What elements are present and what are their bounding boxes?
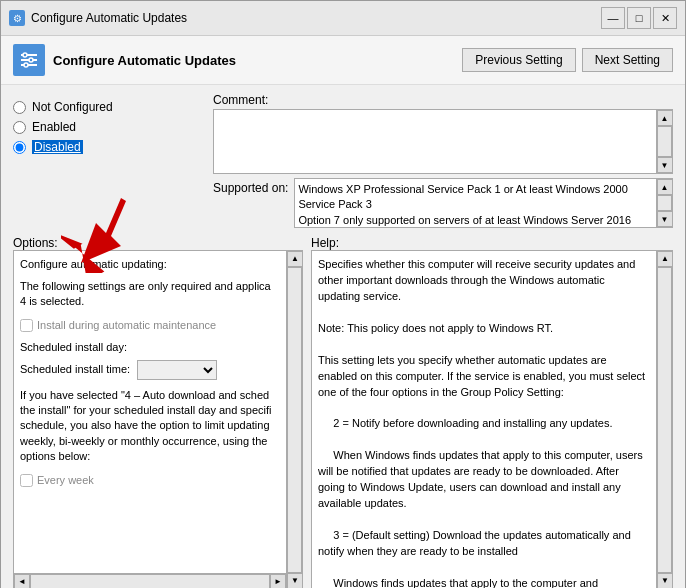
install-maintenance-item[interactable]: Install during automatic maintenance (20, 318, 282, 334)
help-col: Specifies whether this computer will rec… (311, 250, 673, 588)
content-area: Not Configured Enabled Disabled (1, 85, 685, 588)
options-scroll-track[interactable] (287, 267, 302, 573)
scheduled-time-select[interactable] (137, 360, 217, 380)
header-bar: Configure Automatic Updates Previous Set… (1, 36, 685, 85)
install-maintenance-label[interactable]: Install during automatic maintenance (37, 318, 216, 334)
options-scroll-up[interactable]: ▲ (287, 251, 303, 267)
enabled-radio[interactable] (13, 121, 26, 134)
configure-label: Configure automatic updating: (20, 257, 282, 273)
window-body: Not Configured Enabled Disabled (1, 85, 685, 588)
options-vscrollbar[interactable]: ▲ ▼ (286, 251, 302, 588)
radio-not-configured[interactable]: Not Configured (13, 97, 213, 117)
supported-scroll-down[interactable]: ▼ (657, 211, 673, 227)
not-configured-label[interactable]: Not Configured (32, 100, 113, 114)
disabled-text: Disabled (32, 140, 83, 154)
scroll-down-arrow[interactable]: ▼ (657, 157, 673, 173)
options-help-panels: Configure automatic updating: The follow… (13, 250, 673, 588)
supported-scrollbar[interactable]: ▲ ▼ (656, 179, 672, 227)
install-maintenance-checkbox[interactable] (20, 319, 33, 332)
next-setting-button[interactable]: Next Setting (582, 48, 673, 72)
supported-label: Supported on: (213, 178, 288, 195)
maximize-button[interactable]: □ (627, 7, 651, 29)
help-header: Help: (311, 236, 673, 250)
options-scroll-down[interactable]: ▼ (287, 573, 303, 588)
help-scroll-up[interactable]: ▲ (657, 251, 673, 267)
window-icon: ⚙ (9, 10, 25, 26)
radio-disabled[interactable]: Disabled (13, 137, 213, 157)
options-panel: Configure automatic updating: The follow… (13, 250, 303, 588)
hscroll-left[interactable]: ◄ (14, 574, 30, 589)
header-icon (13, 44, 45, 76)
supported-section: Supported on: Windows XP Professional Se… (213, 178, 673, 228)
hscroll-right[interactable]: ► (270, 574, 286, 589)
supported-scroll-up[interactable]: ▲ (657, 179, 673, 195)
supported-scroll-track[interactable] (657, 195, 672, 211)
every-week-checkbox[interactable] (20, 474, 33, 487)
svg-point-4 (29, 58, 33, 62)
help-text: Specifies whether this computer will rec… (318, 257, 652, 588)
every-week-label[interactable]: Every week (37, 473, 94, 489)
title-bar-left: ⚙ Configure Automatic Updates (9, 10, 187, 26)
comment-container: ▲ ▼ (213, 109, 673, 174)
scroll-track[interactable] (657, 126, 672, 157)
close-button[interactable]: ✕ (653, 7, 677, 29)
options-label: Options: (13, 236, 58, 250)
help-scroll-track[interactable] (657, 267, 672, 573)
scheduled-time-row: Scheduled install time: (20, 360, 282, 380)
title-bar: ⚙ Configure Automatic Updates — □ ✕ (1, 1, 685, 36)
right-panel: Comment: ▲ ▼ Supported on: (213, 93, 673, 228)
comment-scrollbar[interactable]: ▲ ▼ (656, 110, 672, 173)
main-window: ⚙ Configure Automatic Updates — □ ✕ Conf… (0, 0, 686, 588)
help-scroll-down[interactable]: ▼ (657, 573, 673, 588)
options-hscrollbar[interactable]: ◄ ► (14, 573, 286, 588)
prev-setting-button[interactable]: Previous Setting (462, 48, 575, 72)
enabled-label[interactable]: Enabled (32, 120, 76, 134)
svg-point-3 (23, 53, 27, 57)
help-label: Help: (311, 236, 339, 250)
help-scrollbar[interactable]: ▲ ▼ (656, 251, 672, 588)
radio-section: Not Configured Enabled Disabled (13, 93, 213, 228)
help-panel: Specifies whether this computer will rec… (311, 250, 673, 588)
options-col: Configure automatic updating: The follow… (13, 250, 303, 588)
scheduled-day-label: Scheduled install day: (20, 340, 282, 356)
window-title: Configure Automatic Updates (31, 11, 187, 25)
top-section: Not Configured Enabled Disabled (13, 93, 673, 228)
minimize-button[interactable]: — (601, 7, 625, 29)
supported-text: Windows XP Professional Service Pack 1 o… (295, 179, 672, 228)
col-headers: Options: Help: (13, 236, 673, 250)
supported-box: Windows XP Professional Service Pack 1 o… (294, 178, 673, 228)
dialog-title: Configure Automatic Updates (53, 53, 454, 68)
header-buttons: Previous Setting Next Setting (462, 48, 673, 72)
hscroll-track[interactable] (30, 574, 270, 588)
not-configured-radio[interactable] (13, 101, 26, 114)
settings-icon (19, 50, 39, 70)
options-header: Options: (13, 236, 303, 250)
scheduled-time-label: Scheduled install time: (20, 363, 130, 375)
settings-note: The following settings are only required… (20, 279, 282, 310)
comment-textarea[interactable] (214, 110, 656, 173)
every-week-item[interactable]: Every week (20, 473, 282, 489)
comment-section: Comment: ▲ ▼ (213, 93, 673, 174)
options-description: If you have selected "4 – Auto download … (20, 388, 282, 465)
scroll-up-arrow[interactable]: ▲ (657, 110, 673, 126)
title-controls: — □ ✕ (601, 7, 677, 29)
radio-enabled[interactable]: Enabled (13, 117, 213, 137)
comment-label: Comment: (213, 93, 673, 107)
disabled-label[interactable]: Disabled (32, 140, 83, 154)
disabled-radio[interactable] (13, 141, 26, 154)
svg-point-5 (24, 63, 28, 67)
